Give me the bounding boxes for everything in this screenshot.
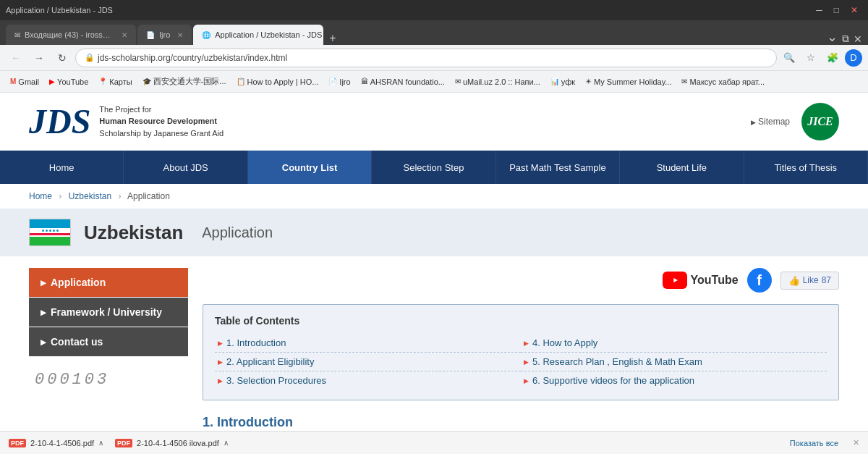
facebook-like-button[interactable]: 👍 Like 87: [780, 272, 839, 290]
toc-arrow-3: ▶: [218, 377, 223, 384]
youtube-button[interactable]: YouTube: [663, 272, 739, 289]
close-downloads-button[interactable]: ✕: [853, 438, 859, 447]
back-button[interactable]: ←: [6, 48, 26, 68]
sidebar-item-framework[interactable]: ▶ Framework / University: [29, 298, 188, 327]
nav-home[interactable]: Home: [0, 151, 124, 184]
bookmark-maxsus[interactable]: ✉ Максус хабар ярат...: [677, 76, 769, 88]
nav-country-list[interactable]: Country List: [248, 151, 372, 184]
flag-stripe-blue: [30, 219, 70, 228]
ahsran-favicon: 🏛: [361, 77, 368, 85]
sidebar-item-application[interactable]: ▶ Application: [29, 268, 188, 297]
tab-expand-button[interactable]: ⌄: [827, 29, 838, 45]
window-close-button[interactable]: ✕: [854, 33, 862, 45]
extensions-button[interactable]: 🧩: [823, 49, 842, 67]
forward-button[interactable]: →: [29, 48, 49, 68]
tab-favicon-jds: 🌐: [202, 31, 210, 39]
reload-button[interactable]: ↻: [52, 48, 72, 68]
bookmark-howto[interactable]: 📋 How to Apply | HO...: [232, 76, 323, 88]
toc-item-1[interactable]: ▶ 1. Introduction: [215, 334, 521, 353]
toc-item-5[interactable]: ▶ 5. Research Plan , English & Math Exam: [521, 353, 827, 371]
nav-thesis[interactable]: Titles of Thesis: [744, 151, 868, 184]
youtube-label: YouTube: [691, 274, 739, 287]
sitemap-link[interactable]: Sitemap: [751, 117, 790, 127]
table-of-contents: Table of Contents ▶ 1. Introduction ▶ 4.…: [203, 304, 839, 400]
bookmark-xjtu[interactable]: 🎓 西安交通大学-国际...: [138, 75, 231, 88]
flag-dot-5: [56, 230, 59, 232]
jice-logo[interactable]: JICE: [801, 103, 839, 140]
download-filename-1: 2-10-4-1-4506.pdf: [30, 439, 94, 447]
tab-favicon-mail: ✉: [14, 31, 20, 39]
bookmark-ufk[interactable]: 📊 уфк: [546, 76, 579, 88]
bookmark-youtube[interactable]: ▶ YouTube: [45, 76, 93, 88]
sidebar-item-contact[interactable]: ▶ Contact us: [29, 327, 188, 356]
url-text: jds-scholarship.org/country/uzbekistan/i…: [98, 53, 287, 63]
flag-stripe-green: [30, 237, 70, 245]
download-arrow-2[interactable]: ∧: [224, 439, 229, 447]
sidebar-arrow-contact: ▶: [41, 338, 46, 346]
facebook-icon[interactable]: f: [747, 268, 772, 293]
tab-ijro[interactable]: 📄 Ijro ✕: [137, 25, 192, 45]
youtube-icon: [663, 272, 687, 289]
toolbar-right: 🔍 ☆ 🧩 D: [780, 49, 862, 67]
social-row: YouTube f 👍 Like 87: [203, 268, 839, 293]
tab-favicon-ijro: 📄: [146, 31, 155, 39]
bookmark-ijro[interactable]: 📄 Ijro: [324, 76, 354, 88]
nav-math-test[interactable]: Past Math Test Sample: [496, 151, 620, 184]
youtube-favicon: ▶: [49, 77, 55, 85]
site-header: JDS The Project for Human Resource Devel…: [0, 93, 868, 151]
bookmark-gmail[interactable]: M Gmail: [6, 76, 43, 88]
like-label: Like: [803, 275, 819, 285]
download-item-2[interactable]: PDF 2-10-4-1-4506 ilova.pdf ∧: [115, 439, 229, 447]
country-page-title: Application: [202, 224, 273, 241]
toc-item-4[interactable]: ▶ 4. How to Apply: [521, 334, 827, 353]
bookmark-ahsran-label: AHSRAN foundatio...: [370, 77, 445, 86]
window-title: Application / Uzbekistan - JDS: [6, 6, 809, 14]
profile-button[interactable]: D: [845, 49, 862, 67]
tagline-line1: The Project for: [99, 104, 224, 116]
bookmark-summer[interactable]: ☀ My Summer Holiday...: [581, 76, 676, 88]
tab-close-ijro[interactable]: ✕: [177, 31, 183, 39]
svg-marker-0: [673, 278, 678, 282]
toc-title: Table of Contents: [215, 315, 827, 327]
bookmarks-bar: M Gmail ▶ YouTube 📍 Карты 🎓 西安交通大学-国际...…: [0, 71, 868, 93]
nav-student-life[interactable]: Student Life: [620, 151, 744, 184]
toolbar: ← → ↻ 🔒 jds-scholarship.org/country/uzbe…: [0, 45, 868, 71]
breadcrumb-current: Application: [127, 191, 170, 201]
country-name: Uzbekistan: [84, 222, 183, 244]
close-button[interactable]: ✕: [846, 5, 862, 15]
show-all-button[interactable]: Показать все: [790, 439, 838, 447]
tagline-line3: Scholarship by Japanese Grant Aid: [99, 127, 224, 140]
search-button[interactable]: 🔍: [780, 49, 799, 67]
breadcrumb-home[interactable]: Home: [29, 191, 52, 201]
tab-mail[interactable]: ✉ Входящие (43) - irossu1420@g... ✕: [6, 25, 136, 45]
nav-selection-step[interactable]: Selection Step: [372, 151, 495, 184]
sidebar-label-application: Application: [51, 277, 106, 288]
maximize-button[interactable]: □: [830, 5, 843, 15]
new-tab-button[interactable]: +: [329, 32, 336, 45]
bookmark-ahsran[interactable]: 🏛 AHSRAN foundatio...: [357, 76, 449, 88]
toc-item-3[interactable]: ▶ 3. Selection Procedures: [215, 371, 521, 390]
breadcrumb-uzbekistan[interactable]: Uzbekistan: [69, 191, 111, 201]
tab-close-mail[interactable]: ✕: [122, 31, 127, 39]
toc-label-1: 1. Introduction: [226, 337, 286, 348]
toc-arrow-1: ▶: [218, 340, 223, 347]
restore-button[interactable]: ⧉: [842, 33, 849, 45]
nav-about[interactable]: About JDS: [124, 151, 247, 184]
bookmark-umail[interactable]: ✉ uMail.uz 2.0 :: Напи...: [451, 76, 545, 88]
bookmark-button[interactable]: ☆: [801, 49, 820, 67]
download-arrow-1[interactable]: ∧: [98, 439, 103, 447]
breadcrumb-sep-1: ›: [59, 191, 61, 201]
toc-item-2[interactable]: ▶ 2. Applicant Eligibility: [215, 353, 521, 371]
minimize-button[interactable]: ─: [812, 5, 827, 15]
flag-dot-3: [49, 230, 51, 232]
download-item-1[interactable]: PDF 2-10-4-1-4506.pdf ∧: [9, 439, 103, 447]
tab-jds[interactable]: 🌐 Application / Uzbekistan - JDS ✕: [193, 25, 323, 45]
address-bar[interactable]: 🔒 jds-scholarship.org/country/uzbekistan…: [75, 49, 777, 67]
bookmark-summer-label: My Summer Holiday...: [594, 77, 671, 86]
toc-arrow-6: ▶: [524, 377, 529, 384]
jds-logo[interactable]: JDS: [29, 104, 90, 139]
toc-item-6[interactable]: ▶ 6. Supportive videos for the applicati…: [521, 371, 827, 390]
bookmark-maps[interactable]: 📍 Карты: [94, 76, 136, 88]
main-navigation: Home About JDS Country List Selection St…: [0, 151, 868, 184]
sidebar-arrow-framework: ▶: [41, 308, 46, 316]
